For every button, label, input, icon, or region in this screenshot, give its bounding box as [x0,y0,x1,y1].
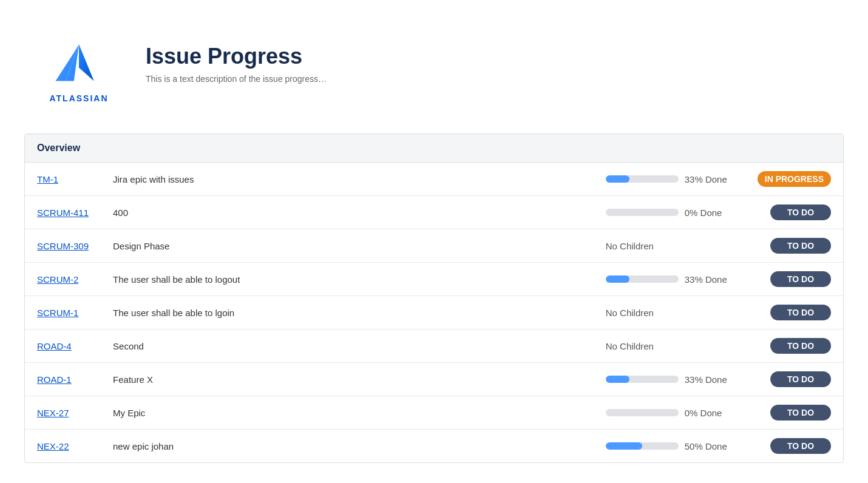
no-children-label: No Children [606,241,654,251]
table-row: SCRUM-309Design PhaseNo ChildrenTO DO [25,229,843,263]
issue-progress-cell: 50% Done [594,430,745,463]
issue-key[interactable]: SCRUM-309 [37,241,89,251]
issue-key[interactable]: TM-1 [37,174,58,184]
issue-status-cell: TO DO [745,329,843,363]
no-children-label: No Children [606,341,654,351]
table-row: SCRUM-1The user shall be able to lgoinNo… [25,296,843,329]
issue-status-cell: IN PROGRESS [745,163,843,196]
issue-key[interactable]: SCRUM-411 [37,208,89,218]
status-badge: TO DO [770,371,831,387]
page-header: ATLASSIAN Issue Progress This is a text … [0,0,868,121]
issue-status-cell: TO DO [745,263,843,296]
progress-bar-background [606,175,679,183]
issue-key[interactable]: ROAD-4 [37,341,72,351]
status-badge: TO DO [770,305,831,320]
progress-bar-fill [606,442,642,450]
issue-summary: The user shall be able to logout [101,263,594,296]
status-badge: TO DO [770,238,831,254]
issue-progress-cell: No Children [594,229,745,263]
table-row: SCRUM-2The user shall be able to logout3… [25,263,843,296]
issue-summary: Jira epic with issues [101,163,594,196]
issue-key[interactable]: SCRUM-2 [37,274,78,285]
issue-progress-cell: 33% Done [594,363,745,396]
atlassian-logo-icon [46,24,112,91]
table-row: ROAD-1Feature X33% DoneTO DO [25,363,843,396]
table-row: NEX-22new epic johan50% DoneTO DO [25,430,843,463]
issue-key[interactable]: ROAD-1 [37,374,72,385]
issue-progress-cell: 33% Done [594,163,745,196]
progress-label: 33% Done [685,374,727,385]
status-badge: TO DO [770,405,831,421]
progress-bar-fill [606,175,630,183]
table-row: TM-1Jira epic with issues33% DoneIN PROG… [25,163,843,196]
status-badge: IN PROGRESS [758,171,831,187]
status-badge: TO DO [770,438,831,454]
issue-progress-cell: No Children [594,329,745,363]
issue-summary: The user shall be able to lgoin [101,296,594,329]
progress-bar-background [606,376,679,383]
issue-summary: 400 [101,196,594,229]
issue-status-cell: TO DO [745,229,843,263]
table-row: ROAD-4SecondNo ChildrenTO DO [25,329,843,363]
progress-label: 33% Done [685,174,727,184]
progress-bar-background [606,442,679,450]
progress-label: 33% Done [685,274,727,285]
progress-label: 50% Done [685,441,727,451]
page-title: Issue Progress [146,44,327,69]
issue-progress-cell: No Children [594,296,745,329]
issue-summary: Design Phase [101,229,594,263]
header-content: Issue Progress This is a text descriptio… [146,44,327,84]
issue-table: TM-1Jira epic with issues33% DoneIN PROG… [25,163,843,462]
issue-status-cell: TO DO [745,396,843,430]
progress-label: 0% Done [685,208,722,218]
issue-status-cell: TO DO [745,363,843,396]
issue-table-container: Overview TM-1Jira epic with issues33% Do… [24,133,844,463]
progress-bar-fill [606,376,630,383]
logo-text: ATLASSIAN [49,93,108,103]
status-badge: TO DO [770,204,831,220]
issue-summary: My Epic [101,396,594,430]
issue-summary: Feature X [101,363,594,396]
table-row: SCRUM-4114000% DoneTO DO [25,196,843,229]
progress-bar-background [606,275,679,283]
progress-bar-background [606,209,679,216]
table-section-label: Overview [25,134,843,163]
issue-progress-cell: 0% Done [594,196,745,229]
progress-bar-fill [606,275,630,283]
status-badge: TO DO [770,271,831,287]
issue-status-cell: TO DO [745,196,843,229]
progress-label: 0% Done [685,408,722,418]
issue-progress-cell: 0% Done [594,396,745,430]
logo-container: ATLASSIAN [36,24,121,103]
issue-status-cell: TO DO [745,296,843,329]
status-badge: TO DO [770,338,831,354]
issue-summary: new epic johan [101,430,594,463]
issue-progress-cell: 33% Done [594,263,745,296]
progress-bar-background [606,409,679,416]
issue-status-cell: TO DO [745,430,843,463]
table-row: NEX-27My Epic0% DoneTO DO [25,396,843,430]
issue-key[interactable]: NEX-27 [37,408,69,418]
issue-key[interactable]: SCRUM-1 [37,308,78,318]
issue-key[interactable]: NEX-22 [37,441,69,451]
page-description: This is a text description of the issue … [146,74,327,84]
issue-summary: Second [101,329,594,363]
no-children-label: No Children [606,308,654,318]
